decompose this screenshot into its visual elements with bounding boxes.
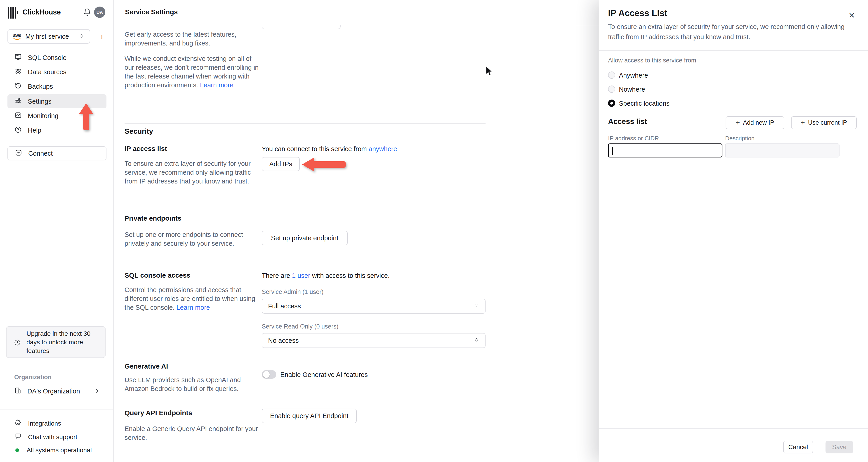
- query-api-endpoints-title: Query API Endpoints: [125, 409, 192, 417]
- chat-bubble-icon: [14, 433, 22, 441]
- save-button[interactable]: Save: [826, 441, 853, 454]
- panel-description: To ensure an extra layer of security for…: [608, 22, 852, 42]
- sql-access-learn-more-link[interactable]: Learn more: [176, 304, 210, 311]
- private-endpoints-title: Private endpoints: [125, 214, 182, 222]
- one-user-link[interactable]: 1 user: [292, 272, 310, 279]
- sidebar-item-label: SQL Console: [28, 54, 66, 61]
- mouse-cursor: [485, 66, 493, 77]
- sql-console-access-description: Control the permissions and access that …: [125, 286, 260, 312]
- page-title: Service Settings: [125, 8, 178, 16]
- description-input[interactable]: [725, 143, 839, 157]
- ip-address-label: IP address or CIDR: [608, 135, 659, 142]
- system-status-label: All systems operational: [27, 446, 92, 454]
- sidebar-divider: [0, 409, 114, 410]
- system-status-link[interactable]: All systems operational: [16, 446, 92, 454]
- release-channel-select-fragment[interactable]: [262, 25, 341, 29]
- fast-release-text: While we conduct extensive testing on al…: [125, 55, 258, 89]
- plus-icon: +: [801, 119, 805, 127]
- upgrade-notice[interactable]: Upgrade in the next 30 days to unlock mo…: [6, 326, 105, 358]
- panel-title: IP Access List: [608, 8, 667, 18]
- clickhouse-console: ClickHouse DA aws My first service: [0, 0, 868, 462]
- chevron-right-icon: [94, 388, 101, 396]
- generative-ai-toggle[interactable]: [262, 370, 276, 379]
- users-prefix: There are: [262, 272, 292, 279]
- sidebar: ClickHouse DA aws My first service: [0, 0, 114, 462]
- help-icon: [14, 126, 22, 135]
- radio-nowhere-label[interactable]: Nowhere: [619, 86, 645, 93]
- radio-nowhere[interactable]: [608, 86, 615, 93]
- panel-divider: [599, 50, 868, 51]
- service-readonly-value: No access: [268, 337, 299, 344]
- annotation-arrow-settings: [79, 103, 93, 131]
- toggle-knob: [263, 371, 270, 378]
- fast-release-paragraph-2: While we conduct extensive testing on al…: [125, 54, 260, 90]
- sql-users-line: There are 1 user with access to this ser…: [262, 272, 390, 280]
- panel-footer-divider: [599, 428, 868, 429]
- settings-sliders-icon: [14, 97, 22, 106]
- monitoring-chart-icon: [14, 111, 22, 121]
- fast-release-paragraph-1: Get early access to the latest features,…: [125, 30, 260, 48]
- anywhere-link[interactable]: anywhere: [369, 145, 397, 152]
- description-label: Description: [725, 135, 754, 142]
- use-current-ip-label: Use current IP: [808, 119, 847, 126]
- radio-specific-locations-label[interactable]: Specific locations: [619, 100, 670, 107]
- ip-address-input[interactable]: [608, 143, 722, 157]
- annotation-arrow-add-ips: [302, 157, 346, 172]
- section-divider: [125, 123, 486, 124]
- clock-icon: [14, 339, 21, 347]
- add-service-button[interactable]: +: [97, 32, 107, 42]
- private-endpoints-description: Set up one or more endpoints to connect …: [125, 230, 260, 248]
- service-admin-label: Service Admin (1 user): [262, 288, 323, 295]
- setup-private-endpoint-button[interactable]: Set up private endpoint: [262, 231, 348, 245]
- backups-history-icon: [14, 82, 22, 91]
- service-admin-select[interactable]: Full access: [262, 299, 486, 314]
- use-current-ip-button[interactable]: + Use current IP: [791, 116, 857, 129]
- allow-access-label: Allow access to this service from: [608, 57, 696, 64]
- organization-name: DA's Organization: [27, 387, 80, 395]
- clickhouse-logo-icon: [8, 7, 19, 20]
- access-list-title: Access list: [608, 117, 647, 126]
- organization-building-icon: [14, 387, 22, 396]
- service-admin-value: Full access: [268, 302, 301, 310]
- radio-anywhere-label[interactable]: Anywhere: [619, 72, 648, 79]
- chevron-up-down-icon: [474, 337, 479, 345]
- sidebar-item-label: Settings: [28, 98, 52, 105]
- add-new-ip-label: Add new IP: [743, 119, 774, 126]
- main-header: Service Settings: [114, 0, 599, 25]
- sidebar-item-label: Data sources: [28, 68, 66, 76]
- sidebar-item-data-sources[interactable]: Data sources: [7, 65, 106, 79]
- radio-anywhere[interactable]: [608, 71, 615, 79]
- add-ips-button[interactable]: Add IPs: [262, 157, 300, 171]
- avatar[interactable]: DA: [94, 6, 105, 18]
- security-section-title: Security: [125, 127, 153, 136]
- integrations-link[interactable]: Integrations: [14, 419, 61, 428]
- aws-logo-icon: aws: [13, 33, 21, 40]
- generative-ai-description: Use LLM providers such as OpenAI and Ama…: [125, 376, 260, 393]
- fast-release-learn-more-link[interactable]: Learn more: [200, 82, 234, 89]
- ip-access-list-panel: IP Access List ✕ To ensure an extra laye…: [599, 0, 868, 462]
- connect-icon: [15, 149, 22, 158]
- data-sources-icon: [14, 67, 22, 77]
- sidebar-item-backups[interactable]: Backups: [7, 79, 106, 93]
- users-suffix: with access to this service.: [310, 272, 390, 279]
- status-green-dot-icon: [16, 449, 19, 452]
- notifications-bell-icon[interactable]: [83, 8, 91, 17]
- cancel-button[interactable]: Cancel: [783, 441, 813, 454]
- service-readonly-select[interactable]: No access: [262, 333, 486, 348]
- service-selector-label: My first service: [25, 33, 79, 40]
- connect-button[interactable]: Connect: [7, 146, 106, 161]
- brand-title: ClickHouse: [23, 8, 61, 16]
- integrations-label: Integrations: [28, 420, 61, 427]
- sidebar-item-sql-console[interactable]: SQL Console: [7, 51, 106, 65]
- add-new-ip-button[interactable]: + Add new IP: [725, 116, 784, 129]
- integrations-puzzle-icon: [14, 419, 22, 428]
- sidebar-item-label: Monitoring: [28, 112, 58, 120]
- enable-query-api-button[interactable]: Enable query API Endpoint: [262, 409, 357, 423]
- chat-support-link[interactable]: Chat with support: [14, 433, 77, 441]
- service-selector[interactable]: aws My first service: [7, 29, 90, 44]
- close-icon[interactable]: ✕: [845, 9, 858, 22]
- radio-specific-locations[interactable]: [608, 99, 615, 107]
- connect-label: Connect: [28, 150, 53, 157]
- text-caret: [612, 147, 613, 155]
- organization-row[interactable]: DA's Organization: [7, 385, 106, 398]
